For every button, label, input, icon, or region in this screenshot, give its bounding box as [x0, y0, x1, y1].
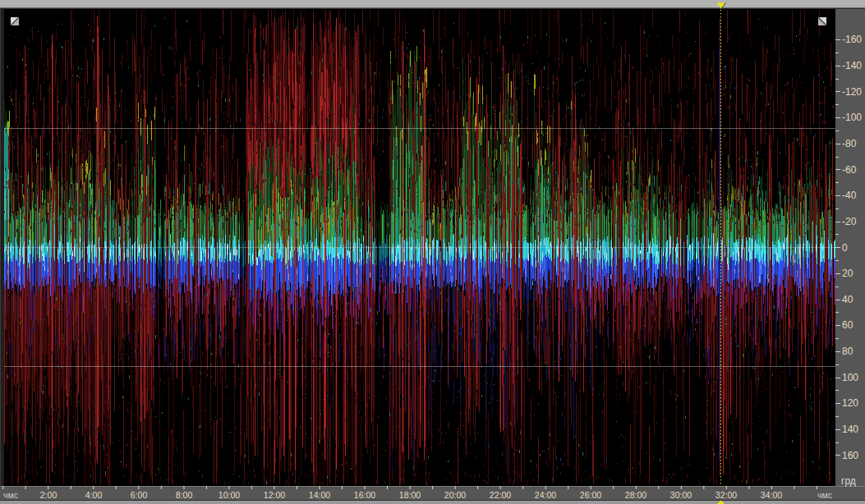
svg-text:4:00: 4:00 — [85, 490, 103, 500]
svg-text:20: 20 — [842, 268, 853, 279]
svg-text:34:00: 34:00 — [761, 490, 782, 500]
svg-text:14:00: 14:00 — [309, 490, 330, 500]
svg-text:12:00: 12:00 — [264, 490, 285, 500]
svg-text:60: 60 — [842, 319, 853, 331]
svg-text:26:00: 26:00 — [580, 490, 601, 500]
svg-text:-20: -20 — [842, 216, 857, 227]
svg-text:6:00: 6:00 — [131, 490, 148, 500]
svg-text:32:00: 32:00 — [715, 490, 737, 500]
svg-text:16:00: 16:00 — [354, 490, 375, 500]
svg-text:22:00: 22:00 — [490, 490, 511, 500]
svg-text:-60: -60 — [842, 164, 857, 176]
svg-text:100: 100 — [842, 372, 858, 383]
svg-text:120: 120 — [842, 397, 858, 409]
svg-text:18:00: 18:00 — [399, 490, 421, 500]
svg-text:0: 0 — [842, 242, 848, 254]
svg-text:-100: -100 — [842, 112, 862, 123]
svg-text:10:00: 10:00 — [219, 490, 240, 500]
svg-text:24:00: 24:00 — [535, 490, 556, 500]
svg-text:-140: -140 — [842, 60, 862, 71]
svg-text:20:00: 20:00 — [444, 490, 466, 500]
svg-text:-160: -160 — [842, 34, 862, 45]
svg-text:80: 80 — [842, 346, 853, 357]
svg-text:40: 40 — [842, 294, 853, 305]
svg-text:8:00: 8:00 — [176, 490, 193, 500]
svg-text:-40: -40 — [842, 190, 857, 201]
svg-text:2:00: 2:00 — [40, 490, 58, 500]
svg-text:чмс: чмс — [3, 490, 18, 500]
svg-text:-80: -80 — [842, 138, 857, 149]
svg-text:чмс: чмс — [817, 490, 832, 500]
svg-text:-120: -120 — [842, 86, 862, 98]
svg-text:140: 140 — [842, 424, 858, 435]
svg-text:28:00: 28:00 — [625, 490, 646, 500]
svg-text:160: 160 — [842, 450, 858, 461]
svg-text:грд: грд — [841, 475, 856, 487]
svg-text:30:00: 30:00 — [670, 490, 692, 500]
